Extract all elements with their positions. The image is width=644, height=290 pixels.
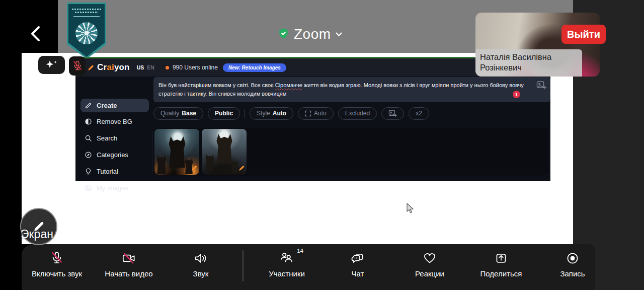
sidebar-label: Categories [97,151,128,159]
sidebar-item-search[interactable]: Search [80,131,149,145]
prompt-misspelled-word: Сіроманче [275,82,302,88]
prompt-input[interactable]: Він був найстарішим вовком у світі. Все … [153,77,550,102]
sidebar-item-tutorial[interactable]: Tutorial [80,165,149,178]
craiyon-sidebar: Create Remove BG Search Categories Tutor… [75,77,152,181]
sparkle-icon [45,59,58,70]
toolbar-label: Поделиться [480,269,522,278]
add-image-icon[interactable] [536,81,546,92]
zoom-meeting-screen: Zoom Craiyon USEN 990 Users online New: … [0,0,644,290]
prompt-segment: Він був найстарішим вовком у світі. Все … [158,82,275,88]
users-online-text: 990 Users online [173,64,218,71]
sidebar-label: Search [97,134,117,142]
speaker-icon [193,249,209,266]
lang-us[interactable]: US [137,64,144,70]
generated-image-thumbnail[interactable] [154,129,199,175]
toolbar-label: Реакции [415,269,444,278]
lang-en[interactable]: EN [147,64,154,70]
upscale-filter[interactable]: x2 [409,107,429,120]
sidebar-item-categories[interactable]: Categories [80,148,149,162]
toolbar-label: Чат [352,269,364,278]
pencil-icon [85,102,92,109]
leave-meeting-button[interactable]: Выйти [561,25,606,44]
retouch-filter[interactable] [381,107,404,120]
quality-filter[interactable]: QualityBase [153,107,203,120]
lightbulb-icon [85,168,92,175]
images-icon [85,184,92,192]
promo-badge[interactable]: New: Retouch Images [223,63,286,72]
visibility-filter[interactable]: Public [208,107,240,120]
screen-share-label: Экран [21,228,53,241]
filter-value: Base [182,110,196,117]
unmute-button[interactable]: Включить звук [24,249,90,285]
back-button[interactable] [24,21,46,46]
filter-value: Public [215,110,233,117]
filter-label: Quality [160,110,179,117]
annotation-tools-button[interactable] [38,56,65,74]
wolf-silhouette [168,136,186,168]
sidebar-item-remove-bg[interactable]: Remove BG [80,115,149,128]
generation-filters: QualityBase Public StyleAuto Auto Exclud… [153,107,429,120]
participant-name-label: Наталія Василівна Розінкевич [475,49,582,77]
brand-text-accent: ai [107,62,114,72]
meeting-title: Zoom [294,26,331,42]
participant-video-tile[interactable]: Наталія Василівна Розінкевич [475,13,600,77]
share-screen-button[interactable]: Поделиться [468,249,534,285]
meeting-toolbar: Включить звук Начать видео Звук 14 Участ… [22,244,595,290]
wolf-silhouette [216,134,233,163]
style-filter[interactable]: StyleAuto [250,107,293,120]
wolf-silhouette [231,160,238,173]
muted-mic-indicator [69,56,86,76]
compass-rose-icon [75,22,98,44]
chat-icon [350,249,366,266]
filter-label: Style [257,110,270,117]
chevron-down-icon [336,30,342,39]
record-button[interactable]: Запись [539,249,606,285]
audio-button[interactable]: Звук [168,249,234,285]
start-video-button[interactable]: Начать видео [96,249,162,285]
participants-count-badge: 14 [297,248,303,254]
notification-badge: 1 [513,91,520,98]
brand-text: yon [114,62,130,72]
edit-pencil-icon[interactable] [238,164,245,173]
online-dot-icon [166,66,169,69]
filter-divider [245,109,245,118]
brand-text: Cr [97,62,107,72]
mic-off-icon [72,59,83,72]
generated-images-panel [152,127,550,176]
craiyon-logo[interactable]: Craiyon [88,62,130,72]
sidebar-label: Create [97,102,117,109]
chat-button[interactable]: Чат [325,249,391,285]
contrast-icon [85,118,92,125]
mic-off-icon [49,249,65,266]
generated-image-thumbnail[interactable] [202,129,247,175]
users-online-status: 990 Users online [166,64,218,71]
filter-label: Excluded [345,110,370,117]
toolbar-divider [243,250,244,281]
sidebar-label: Remove BG [97,118,132,125]
university-emblem-inner [68,4,105,57]
image-plus-icon [388,110,397,117]
video-off-icon [120,249,137,266]
sidebar-label: My images [97,184,128,192]
language-switcher[interactable]: USEN [137,64,154,70]
brush-icon [88,64,94,71]
toolbar-label: Начать видео [105,269,152,278]
sidebar-item-create[interactable]: Create [80,99,149,112]
toolbar-label: Включить звук [32,269,82,278]
excluded-filter[interactable]: Excluded [338,107,377,120]
toolbar-label: Участники [269,269,305,278]
toolbar-label: Звук [193,269,209,278]
mouse-cursor [407,203,415,216]
participants-button[interactable]: 14 Участники [254,249,320,285]
aspect-ratio-filter[interactable]: Auto [298,107,334,120]
meeting-title-dropdown[interactable]: Zoom [278,24,342,44]
compass-icon [85,151,92,159]
reactions-button[interactable]: Реакции [396,249,463,285]
sidebar-item-my-images[interactable]: My images [80,181,149,195]
edit-pencil-icon[interactable] [191,164,198,173]
heart-icon [422,249,438,266]
toolbar-label: Запись [560,269,585,278]
share-icon [493,249,509,266]
participants-icon: 14 [279,249,295,266]
wolf-silhouette [205,154,214,171]
